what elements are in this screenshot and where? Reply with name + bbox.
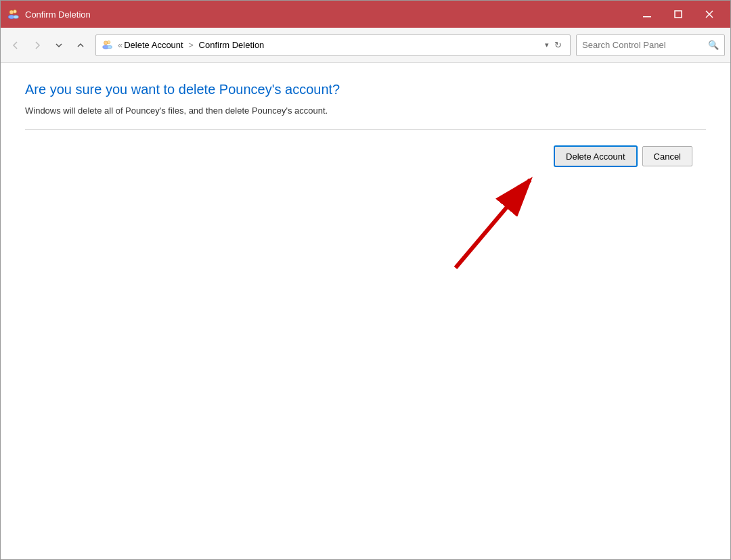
search-icon: 🔍 [708,40,719,50]
main-content: Are you sure you want to delete Pouncey'… [1,63,730,559]
confirm-description: Windows will delete all of Pouncey's fil… [25,106,706,116]
maximize-button[interactable] [663,1,694,28]
svg-point-8 [104,41,108,44]
svg-point-3 [14,16,19,19]
svg-line-13 [456,180,530,268]
back-button[interactable] [6,36,25,55]
address-dropdown-button[interactable]: ▾ [542,41,552,49]
action-area: Delete Account Cancel [25,146,706,166]
minimize-button[interactable] [632,1,663,28]
address-bar-icon [102,39,114,51]
window-icon [6,7,20,21]
svg-point-10 [107,41,110,43]
up-button[interactable] [71,36,90,55]
svg-rect-4 [643,16,651,18]
title-bar-controls [632,1,725,28]
close-button[interactable] [694,1,725,28]
history-dropdown-button[interactable] [49,36,68,55]
svg-point-0 [9,10,14,14]
divider [25,129,706,130]
window-title: Confirm Deletion [25,9,632,20]
address-separator: « [118,40,123,50]
delete-account-button[interactable]: Delete Account [554,146,636,166]
window: Confirm Deletion [0,0,731,560]
svg-point-11 [107,45,112,48]
title-bar: Confirm Deletion [1,1,730,28]
address-bar[interactable]: « Delete Account > Confirm Deletion ▾ ↻ [95,34,571,56]
svg-point-2 [14,10,17,14]
arrow-annotation [435,166,557,277]
address-part1: Delete Account > Confirm Deletion [124,40,542,50]
nav-bar: « Delete Account > Confirm Deletion ▾ ↻ … [1,28,730,63]
address-chevron: > [188,40,194,50]
forward-button[interactable] [28,36,47,55]
address-refresh-button[interactable]: ↻ [552,40,564,50]
confirm-heading: Are you sure you want to delete Pouncey'… [25,82,706,97]
search-box[interactable]: 🔍 [576,34,725,56]
svg-rect-5 [675,11,682,18]
search-input[interactable] [582,40,708,50]
cancel-button[interactable]: Cancel [642,146,692,166]
